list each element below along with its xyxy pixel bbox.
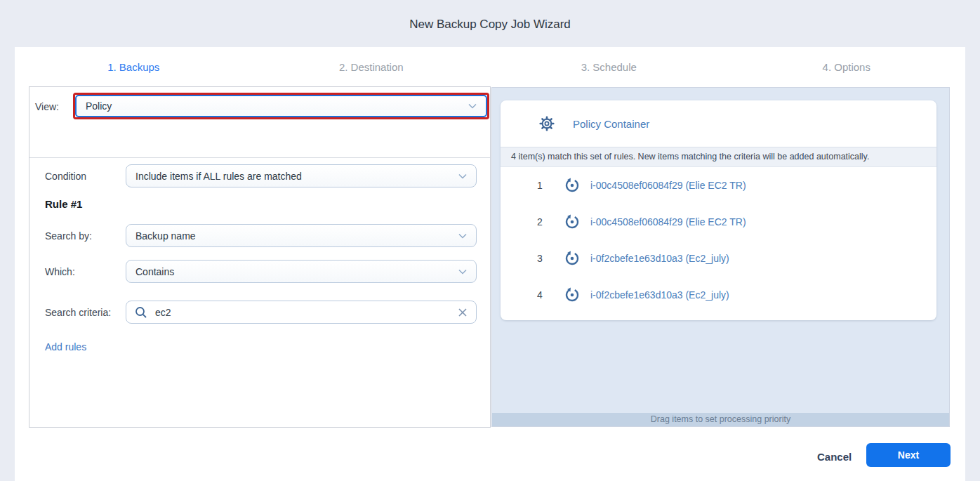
- restore-point-icon: [564, 250, 581, 267]
- which-dropdown[interactable]: Contains: [126, 260, 477, 283]
- policy-container-card: Policy Container 4 item(s) match this se…: [501, 100, 936, 320]
- chevron-down-icon: [457, 266, 468, 277]
- view-dropdown-value: Policy: [86, 100, 112, 112]
- item-label: i-0f2cbefe1e63d10a3 (Ec2_july): [590, 289, 729, 301]
- page-title: New Backup Copy Job Wizard: [0, 18, 980, 32]
- list-item[interactable]: 1 i-00c4508ef06084f29 (Elie EC2 TR): [501, 167, 936, 204]
- close-icon[interactable]: [457, 307, 468, 318]
- wizard-steps: 1. Backups 2. Destination 3. Schedule 4.…: [15, 47, 965, 86]
- which-label: Which:: [45, 266, 75, 277]
- policy-container-panel: Policy Container 4 item(s) match this se…: [491, 87, 950, 427]
- item-label: i-00c4508ef06084f29 (Elie EC2 TR): [590, 216, 746, 228]
- tab-options[interactable]: 4. Options: [728, 47, 966, 86]
- rules-panel: View: Policy Condition Include items if …: [29, 86, 491, 428]
- item-priority-number: 2: [535, 216, 545, 228]
- search-by-dropdown-value: Backup name: [135, 230, 196, 242]
- search-criteria-input[interactable]: [155, 301, 452, 323]
- policy-container-title: Policy Container: [573, 118, 649, 130]
- drag-priority-hint: Drag items to set processing priority: [492, 413, 949, 426]
- search-icon: [134, 305, 148, 319]
- matched-items-list: 1 i-00c4508ef06084f29 (Elie EC2 TR) 2: [501, 167, 936, 313]
- item-priority-number: 3: [535, 253, 545, 264]
- wizard-card: 1. Backups 2. Destination 3. Schedule 4.…: [15, 47, 965, 481]
- view-dropdown[interactable]: Policy: [75, 95, 487, 117]
- gear-icon: [538, 115, 555, 132]
- chevron-down-icon: [467, 100, 478, 112]
- item-priority-number: 4: [535, 289, 545, 301]
- condition-dropdown-value: Include items if ALL rules are matched: [135, 171, 302, 182]
- restore-point-icon: [564, 286, 581, 303]
- list-item[interactable]: 3 i-0f2cbefe1e63d10a3 (Ec2_july): [501, 240, 936, 277]
- item-label: i-00c4508ef06084f29 (Elie EC2 TR): [590, 180, 746, 191]
- policy-container-header: Policy Container: [501, 100, 936, 147]
- list-item[interactable]: 2 i-00c4508ef06084f29 (Elie EC2 TR): [501, 204, 936, 240]
- next-button[interactable]: Next: [866, 443, 951, 467]
- add-rules-link[interactable]: Add rules: [45, 341, 86, 352]
- tab-destination[interactable]: 2. Destination: [253, 47, 491, 86]
- which-dropdown-value: Contains: [135, 266, 174, 277]
- tab-schedule[interactable]: 3. Schedule: [490, 47, 728, 86]
- item-priority-number: 1: [535, 180, 545, 191]
- restore-point-icon: [564, 177, 581, 194]
- restore-point-icon: [564, 213, 581, 230]
- search-criteria-box: [126, 301, 477, 324]
- search-by-label: Search by:: [45, 230, 92, 242]
- search-criteria-label: Search criteria:: [45, 307, 111, 318]
- view-label: View:: [35, 101, 59, 112]
- list-item[interactable]: 4 i-0f2cbefe1e63d10a3 (Ec2_july): [501, 277, 936, 313]
- chevron-down-icon: [457, 230, 468, 242]
- tab-backups[interactable]: 1. Backups: [15, 47, 253, 86]
- panel-divider: [29, 157, 490, 158]
- rule-title: Rule #1: [45, 198, 82, 210]
- condition-label: Condition: [45, 171, 86, 182]
- chevron-down-icon: [457, 171, 468, 182]
- search-by-dropdown[interactable]: Backup name: [126, 224, 477, 247]
- item-label: i-0f2cbefe1e63d10a3 (Ec2_july): [590, 253, 729, 264]
- cancel-button[interactable]: Cancel: [817, 447, 852, 466]
- condition-dropdown[interactable]: Include items if ALL rules are matched: [126, 164, 477, 187]
- view-dropdown-highlight: Policy: [73, 93, 489, 119]
- match-count-banner: 4 item(s) match this set of rules. New i…: [501, 147, 936, 167]
